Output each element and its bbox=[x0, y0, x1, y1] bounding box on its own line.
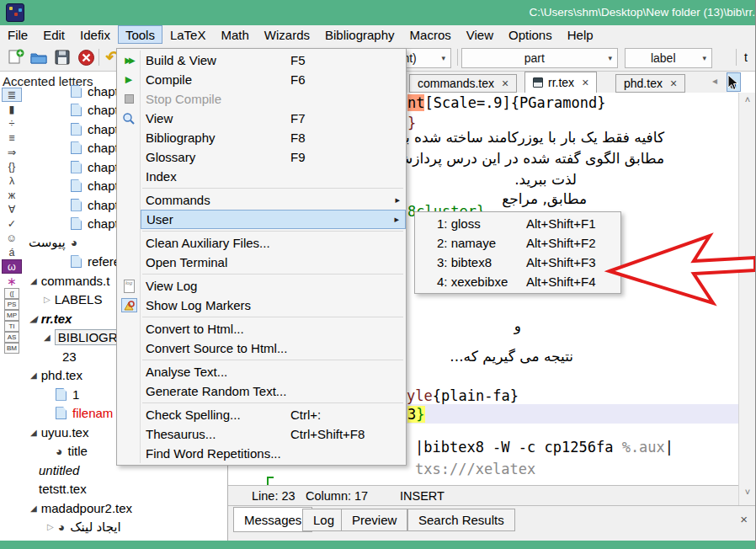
save-button[interactable] bbox=[51, 47, 73, 67]
misc-math-icon[interactable]: ∀ bbox=[2, 202, 22, 216]
expanded-triangle-icon[interactable]: ◢ bbox=[30, 370, 37, 380]
tab-close-icon[interactable]: × bbox=[502, 77, 508, 90]
menu-item-index[interactable]: Index bbox=[117, 167, 406, 186]
menu-item-view-log[interactable]: logView Log bbox=[117, 276, 406, 296]
tab-close-icon[interactable]: × bbox=[582, 76, 588, 89]
code-segment: |bibtex8 -W -c cp1256fa bbox=[415, 439, 622, 456]
tree-item-create-link[interactable]: ▷◕ايجاد لينک bbox=[24, 518, 227, 537]
scroll-down-icon[interactable]: ˅ bbox=[739, 487, 756, 502]
menu-item-find-word-repetitions[interactable]: Find Word Repetitions... bbox=[117, 444, 406, 463]
beamer-icon[interactable]: BM bbox=[4, 343, 19, 354]
tab-commands-tex[interactable]: commands.tex × bbox=[409, 74, 517, 93]
menu-item-label: Thesaurus... bbox=[146, 427, 216, 441]
tab-scroll-left-button[interactable]: ◂ bbox=[712, 75, 717, 87]
menu-item-thesaurus[interactable]: Thesaurus...Ctrl+Shift+F8 bbox=[117, 424, 406, 444]
menu-bibliography[interactable]: Bibliography bbox=[317, 25, 402, 44]
section-circle-icon: ◕ bbox=[71, 237, 77, 248]
tab-log[interactable]: Log bbox=[302, 509, 345, 531]
menu-item-clean-auxiliary-files[interactable]: Clean Auxiliary Files... bbox=[117, 233, 406, 253]
close-file-button[interactable] bbox=[75, 47, 97, 67]
brackets-icon[interactable]: ([ bbox=[4, 288, 19, 299]
menu-item-label: Find Word Repetitions... bbox=[146, 446, 281, 461]
accents-icon[interactable]: á bbox=[2, 245, 22, 259]
new-document-button[interactable] bbox=[5, 47, 27, 67]
title-bar: C:\Users\shm\Desktop\New folder (13)\bib… bbox=[0, 0, 756, 25]
menu-item-analyse-text[interactable]: Analyse Text... bbox=[117, 362, 406, 381]
menu-item-commands[interactable]: Commands▸ bbox=[117, 190, 406, 210]
tab-preview[interactable]: Preview bbox=[341, 509, 407, 531]
menu-help[interactable]: Help bbox=[560, 25, 601, 44]
menu-item-check-spelling[interactable]: Check Spelling...Ctrl+: bbox=[117, 405, 406, 424]
menu-wizards[interactable]: Wizards bbox=[257, 25, 317, 44]
tab-overflow[interactable]: u bbox=[727, 72, 741, 92]
menu-tools[interactable]: Tools bbox=[118, 25, 162, 44]
misc-text-icon[interactable]: ✓ bbox=[2, 216, 22, 231]
truncated-toolbar-item: t bbox=[744, 51, 748, 64]
menu-idefix[interactable]: Idefix bbox=[72, 25, 118, 44]
menu-item-build-view[interactable]: ▶▶Build & ViewF5 bbox=[117, 51, 406, 70]
tab-close-icon[interactable]: × bbox=[670, 77, 677, 90]
greek-icon[interactable]: λ bbox=[2, 173, 22, 188]
menu-math[interactable]: Math bbox=[213, 25, 256, 44]
expanded-triangle-icon[interactable]: ◢ bbox=[30, 276, 37, 285]
submenu-item-gloss[interactable]: 1: glossAlt+Shift+F1 bbox=[415, 214, 620, 233]
editor-scrollbar[interactable]: ˄ ˅ bbox=[738, 93, 755, 505]
menu-item-view[interactable]: ViewF7 bbox=[117, 109, 406, 128]
structure-level-combo[interactable]: part ▾ bbox=[461, 48, 618, 68]
expanded-triangle-icon[interactable]: ◢ bbox=[30, 428, 37, 437]
collapsed-triangle-icon[interactable]: ▷ bbox=[44, 295, 51, 304]
collapsed-triangle-icon[interactable]: ▷ bbox=[47, 522, 54, 531]
expanded-triangle-icon[interactable]: ◢ bbox=[30, 314, 37, 323]
pstricks-icon[interactable]: PS bbox=[4, 299, 19, 310]
chevron-down-icon: ▾ bbox=[434, 54, 445, 62]
menu-view[interactable]: View bbox=[459, 25, 501, 44]
tab-search-results[interactable]: Search Results bbox=[407, 509, 515, 531]
tab-label: commands.tex bbox=[418, 77, 494, 90]
panel-close-icon[interactable]: × bbox=[740, 512, 748, 526]
menu-item-open-terminal[interactable]: Open Terminal bbox=[117, 253, 406, 272]
menu-item-bibliography[interactable]: BibliographyF8 bbox=[117, 128, 406, 147]
operators-icon[interactable]: ÷ bbox=[2, 116, 22, 131]
submenu-item-xexebibxe[interactable]: 4: xexebibxeAlt+Shift+F4 bbox=[415, 272, 620, 291]
menu-item-show-log-markers[interactable]: Show Log Markers bbox=[117, 296, 406, 315]
bookmarks-icon[interactable]: ▮ bbox=[2, 102, 22, 116]
tikz-icon[interactable]: TI bbox=[4, 321, 19, 332]
tree-item-tetstt-tex[interactable]: tetstt.tex bbox=[24, 480, 227, 499]
expanded-triangle-icon[interactable]: ◢ bbox=[30, 504, 37, 513]
unicode-icon[interactable]: ω bbox=[2, 259, 22, 274]
tab-rr-tex[interactable]: rr.tex × bbox=[524, 72, 597, 93]
expanded-triangle-icon[interactable]: ◢ bbox=[44, 333, 51, 342]
menu-item-convert-source-to-html[interactable]: Convert Source to Html... bbox=[117, 338, 406, 358]
cyrillic-icon[interactable]: ж bbox=[2, 188, 22, 202]
menu-options[interactable]: Options bbox=[501, 25, 560, 44]
structure-icon[interactable]: ≣ bbox=[2, 88, 22, 102]
wasysym-icon[interactable]: ☺ bbox=[2, 231, 22, 245]
code-segment: yle bbox=[407, 387, 433, 404]
label-combo[interactable]: label ▾ bbox=[625, 48, 712, 68]
menu-item-user[interactable]: User▸ bbox=[141, 210, 406, 229]
delimiters-icon[interactable]: {} bbox=[2, 159, 22, 173]
open-button[interactable] bbox=[28, 47, 50, 67]
scroll-up-icon[interactable]: ˄ bbox=[739, 94, 756, 109]
menu-item-compile[interactable]: ▶CompileF6 bbox=[117, 70, 406, 89]
menu-item-glossary[interactable]: GlossaryF9 bbox=[117, 147, 406, 167]
tab-phd-tex[interactable]: phd.tex × bbox=[615, 74, 685, 93]
menu-item-convert-to-html[interactable]: Convert to Html... bbox=[117, 319, 406, 338]
tab-messages[interactable]: Messages bbox=[233, 507, 312, 532]
submenu-item-bibtex8[interactable]: 3: bibtex8Alt+Shift+F3 bbox=[415, 253, 620, 272]
tree-item-madadpour2-tex[interactable]: ◢madadpour2.tex bbox=[24, 498, 227, 518]
relations-icon[interactable]: ≡ bbox=[2, 131, 22, 145]
menu-file[interactable]: File bbox=[0, 25, 35, 44]
asterisk-icon[interactable]: ∗ bbox=[2, 274, 22, 288]
menu-macros[interactable]: Macros bbox=[402, 25, 459, 44]
submenu-item-namaye[interactable]: 2: namayeAlt+Shift+F2 bbox=[415, 233, 620, 253]
section-circle-icon: ◕ bbox=[56, 445, 62, 457]
asymptote-icon[interactable]: AS bbox=[4, 332, 19, 343]
menu-item-shortcut: F8 bbox=[290, 131, 306, 145]
metapost-icon[interactable]: MP bbox=[4, 310, 19, 321]
menu-item-label: Compile bbox=[146, 72, 192, 87]
menu-item-generate-random-text[interactable]: Generate Random Text... bbox=[117, 381, 406, 401]
menu-latex[interactable]: LaTeX bbox=[162, 25, 214, 44]
arrows-icon[interactable]: ⇒ bbox=[2, 145, 22, 159]
menu-edit[interactable]: Edit bbox=[35, 25, 72, 44]
